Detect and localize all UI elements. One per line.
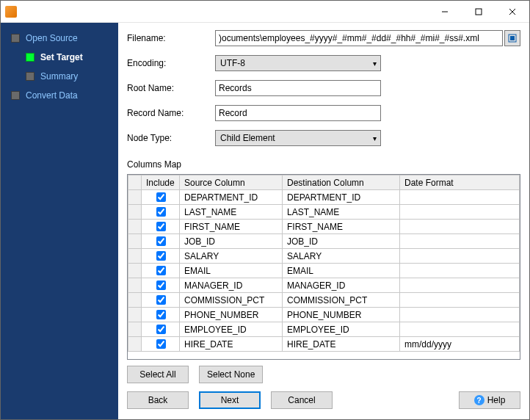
row-header[interactable]	[128, 293, 142, 308]
include-cell[interactable]	[142, 220, 180, 234]
table-row[interactable]: MANAGER_IDMANAGER_ID	[128, 278, 520, 293]
include-checkbox[interactable]	[156, 325, 166, 334]
table-row[interactable]: DEPARTMENT_IDDEPARTMENT_ID	[128, 190, 520, 205]
col-header-destination[interactable]: Destination Column	[283, 175, 400, 190]
source-column-cell[interactable]: DEPARTMENT_ID	[180, 190, 283, 205]
include-cell[interactable]	[142, 278, 180, 293]
table-row[interactable]: PHONE_NUMBERPHONE_NUMBER	[128, 308, 520, 322]
destination-column-cell[interactable]: HIRE_DATE	[283, 337, 400, 352]
col-header-source[interactable]: Source Column	[180, 175, 283, 190]
nodetype-select[interactable]	[215, 130, 381, 146]
include-checkbox[interactable]	[156, 222, 166, 231]
table-row[interactable]: FIRST_NAMEFIRST_NAME	[128, 220, 520, 234]
include-cell[interactable]	[142, 322, 180, 337]
row-header[interactable]	[128, 220, 142, 234]
sidebar-item-convert-data[interactable]: Convert Data	[4, 86, 115, 105]
destination-column-cell[interactable]: PHONE_NUMBER	[283, 308, 400, 322]
include-checkbox[interactable]	[156, 207, 166, 217]
row-header[interactable]	[128, 337, 142, 352]
table-row[interactable]: LAST_NAMELAST_NAME	[128, 205, 520, 220]
select-none-button[interactable]: Select None	[199, 366, 263, 383]
include-cell[interactable]	[142, 293, 180, 308]
source-column-cell[interactable]: EMAIL	[180, 264, 283, 278]
row-header[interactable]	[128, 249, 142, 264]
table-row[interactable]: COMMISSION_PCTCOMMISSION_PCT	[128, 293, 520, 308]
destination-column-cell[interactable]: SALARY	[283, 249, 400, 264]
source-column-cell[interactable]: PHONE_NUMBER	[180, 308, 283, 322]
row-header[interactable]	[128, 308, 142, 322]
close-button[interactable]	[495, 1, 529, 23]
include-checkbox[interactable]	[156, 310, 166, 319]
sidebar-item-open-source[interactable]: Open Source	[4, 29, 115, 48]
source-column-cell[interactable]: MANAGER_ID	[180, 278, 283, 293]
destination-column-cell[interactable]: MANAGER_ID	[283, 278, 400, 293]
include-cell[interactable]	[142, 190, 180, 205]
include-checkbox[interactable]	[156, 236, 166, 246]
table-row[interactable]: HIRE_DATEHIRE_DATEmm/dd/yyyy	[128, 337, 520, 352]
date-format-cell[interactable]	[400, 322, 520, 337]
select-all-button[interactable]: Select All	[127, 366, 189, 383]
include-checkbox[interactable]	[156, 295, 166, 305]
destination-column-cell[interactable]: JOB_ID	[283, 234, 400, 249]
encoding-select[interactable]	[215, 55, 381, 71]
date-format-cell[interactable]	[400, 220, 520, 234]
source-column-cell[interactable]: FIRST_NAME	[180, 220, 283, 234]
date-format-cell[interactable]	[400, 308, 520, 322]
filename-input[interactable]	[215, 30, 503, 46]
include-cell[interactable]	[142, 264, 180, 278]
destination-column-cell[interactable]: DEPARTMENT_ID	[283, 190, 400, 205]
date-format-cell[interactable]: mm/dd/yyyy	[400, 337, 520, 352]
row-header[interactable]	[128, 190, 142, 205]
destination-column-cell[interactable]: FIRST_NAME	[283, 220, 400, 234]
next-button[interactable]: Next	[199, 391, 261, 409]
date-format-cell[interactable]	[400, 264, 520, 278]
col-header-date-format[interactable]: Date Format	[400, 175, 520, 190]
destination-column-cell[interactable]: COMMISSION_PCT	[283, 293, 400, 308]
date-format-cell[interactable]	[400, 249, 520, 264]
back-button[interactable]: Back	[127, 391, 189, 409]
destination-column-cell[interactable]: EMPLOYEE_ID	[283, 322, 400, 337]
sidebar-item-set-target[interactable]: Set Target	[4, 48, 115, 67]
source-column-cell[interactable]: JOB_ID	[180, 234, 283, 249]
include-checkbox[interactable]	[156, 251, 166, 261]
include-cell[interactable]	[142, 234, 180, 249]
date-format-cell[interactable]	[400, 205, 520, 220]
include-checkbox[interactable]	[156, 192, 166, 202]
maximize-button[interactable]	[462, 1, 495, 23]
col-header-include[interactable]: Include	[142, 175, 180, 190]
date-format-cell[interactable]	[400, 234, 520, 249]
destination-column-cell[interactable]: EMAIL	[283, 264, 400, 278]
source-column-cell[interactable]: COMMISSION_PCT	[180, 293, 283, 308]
include-checkbox[interactable]	[156, 266, 166, 275]
date-format-cell[interactable]	[400, 190, 520, 205]
source-column-cell[interactable]: SALARY	[180, 249, 283, 264]
row-header[interactable]	[128, 205, 142, 220]
minimize-button[interactable]	[428, 1, 462, 23]
include-cell[interactable]	[142, 337, 180, 352]
table-row[interactable]: JOB_IDJOB_ID	[128, 234, 520, 249]
cancel-button[interactable]: Cancel	[271, 391, 333, 409]
destination-column-cell[interactable]: LAST_NAME	[283, 205, 400, 220]
source-column-cell[interactable]: HIRE_DATE	[180, 337, 283, 352]
recordname-input[interactable]	[215, 105, 381, 121]
row-header[interactable]	[128, 322, 142, 337]
table-row[interactable]: EMPLOYEE_IDEMPLOYEE_ID	[128, 322, 520, 337]
include-cell[interactable]	[142, 308, 180, 322]
table-row[interactable]: SALARYSALARY	[128, 249, 520, 264]
sidebar-item-summary[interactable]: Summary	[4, 67, 115, 86]
include-cell[interactable]	[142, 249, 180, 264]
browse-button[interactable]	[504, 30, 520, 46]
include-checkbox[interactable]	[156, 339, 166, 349]
date-format-cell[interactable]	[400, 278, 520, 293]
source-column-cell[interactable]: EMPLOYEE_ID	[180, 322, 283, 337]
include-cell[interactable]	[142, 205, 180, 220]
source-column-cell[interactable]: LAST_NAME	[180, 205, 283, 220]
columns-grid[interactable]: Include Source Column Destination Column…	[127, 174, 520, 360]
include-checkbox[interactable]	[156, 280, 166, 290]
table-row[interactable]: EMAILEMAIL	[128, 264, 520, 278]
rootname-input[interactable]	[215, 80, 381, 96]
row-header[interactable]	[128, 264, 142, 278]
help-button[interactable]: ? Help	[459, 391, 520, 409]
row-header[interactable]	[128, 234, 142, 249]
date-format-cell[interactable]	[400, 293, 520, 308]
